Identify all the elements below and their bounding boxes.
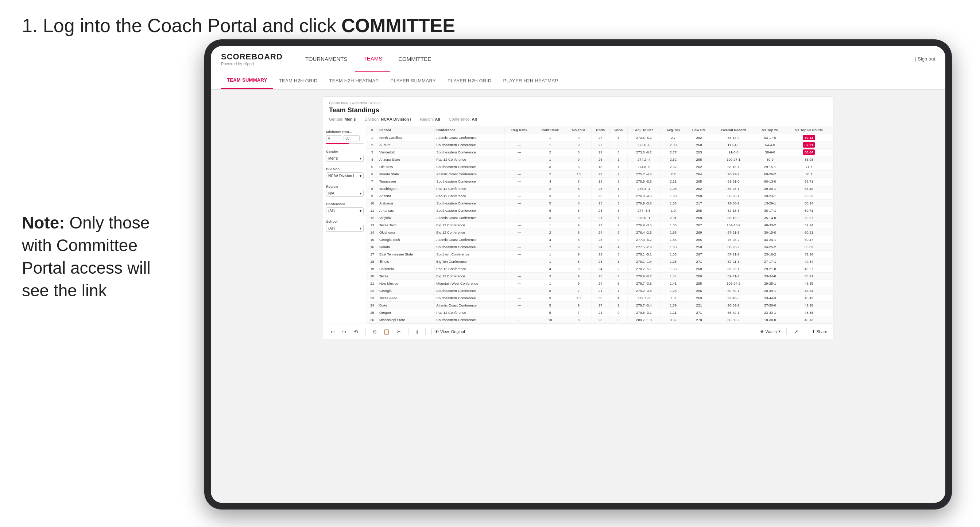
- table-row[interactable]: 20 Texas Big 12 Conference — 3 9 26 4 27…: [367, 273, 833, 280]
- cell-rnds: 22: [591, 149, 610, 156]
- table-row[interactable]: 16 Florida Southeastern Conference — 7 9…: [367, 243, 833, 251]
- col-wins[interactable]: Wins: [610, 126, 628, 134]
- table-row[interactable]: 12 Virginia Atlantic Coast Conference — …: [367, 214, 833, 222]
- conference-select[interactable]: (All) ▾: [326, 207, 364, 214]
- filter-region: Region: All: [420, 117, 440, 121]
- view-original-btn[interactable]: 👁 View: Original: [431, 328, 468, 335]
- col-no-tour[interactable]: No Tour: [566, 126, 591, 134]
- nav-teams[interactable]: TEAMS: [355, 46, 390, 72]
- cell-rnds: 18: [591, 178, 610, 185]
- cell-pts: 60.33: [785, 192, 833, 200]
- cell-conf-rank: 5: [534, 200, 566, 207]
- col-rnds[interactable]: Rnds: [591, 126, 610, 134]
- cell-vs25: 20-39-1: [755, 287, 785, 294]
- col-pts[interactable]: Vs Top 50 Points: [785, 126, 833, 134]
- table-row[interactable]: 21 New Mexico Mountain West Conference —…: [367, 280, 833, 287]
- cell-vs25: 30-15-0: [755, 229, 785, 236]
- cell-reg-rank: —: [504, 273, 534, 280]
- table-row[interactable]: 25 Oregon Pac-12 Conference — 5 7 21 0 2…: [367, 309, 833, 316]
- nav-committee[interactable]: COMMITTEE: [390, 46, 439, 72]
- table-row[interactable]: 8 Washington Pac-12 Conference — 2 8 23 …: [367, 185, 833, 192]
- table-row[interactable]: 3 Vanderbilt Southeastern Conference — 2…: [367, 149, 833, 156]
- sub-nav-team-h2h-grid[interactable]: TEAM H2H GRID: [273, 72, 323, 89]
- division-select[interactable]: NCAA Division I ▾: [326, 172, 364, 179]
- share-btn[interactable]: ⬆ Share: [812, 329, 827, 334]
- table-row[interactable]: 1 North Carolina Atlantic Coast Conferen…: [367, 134, 833, 141]
- nav-tournaments[interactable]: TOURNAMENTS: [297, 46, 356, 72]
- cell-wins: 1: [610, 192, 628, 200]
- table-row[interactable]: 19 California Pac-12 Conference — 4 8 24…: [367, 265, 833, 273]
- col-rank[interactable]: #: [367, 126, 377, 134]
- min-rounds-min[interactable]: 4: [326, 135, 342, 141]
- table-row[interactable]: 24 Duke Atlantic Coast Conference — 5 9 …: [367, 302, 833, 309]
- table-row[interactable]: 26 Mississippi State Southeastern Confer…: [367, 316, 833, 324]
- sub-nav-player-h2h-grid[interactable]: PLAYER H2H GRID: [442, 72, 498, 89]
- table-body-layout: Minimum Rou... 4 30 Gender Men's ▾: [323, 126, 833, 324]
- sub-nav-player-summary[interactable]: PLAYER SUMMARY: [385, 72, 442, 89]
- table-row[interactable]: 4 Arizona State Pac-12 Conference — 1 9 …: [367, 156, 833, 163]
- expand-btn[interactable]: ⤢: [792, 328, 800, 335]
- table-row[interactable]: 23 Texas A&M Southeastern Conference — 9…: [367, 294, 833, 302]
- cell-rank: 12: [367, 214, 377, 222]
- col-low-rd[interactable]: Low Rd.: [686, 126, 712, 134]
- watch-btn[interactable]: 👁 Watch ▾: [760, 329, 781, 334]
- col-school[interactable]: School: [377, 126, 434, 134]
- sub-nav-team-h2h-heatmap[interactable]: TEAM H2H HEATMAP: [323, 72, 384, 89]
- col-conf-rank[interactable]: Conf Rank: [534, 126, 566, 134]
- table-row[interactable]: 6 Florida State Atlantic Coast Conferenc…: [367, 171, 833, 178]
- copy-btn[interactable]: ⎘: [372, 328, 377, 335]
- cell-rnds: 23: [591, 200, 610, 207]
- gender-select[interactable]: Men's ▾: [326, 155, 364, 162]
- col-reg-rank[interactable]: Reg Rank: [504, 126, 534, 134]
- min-rounds-max[interactable]: 30: [344, 135, 360, 141]
- table-row[interactable]: 2 Auburn Southeastern Conference — 1 9 2…: [367, 141, 833, 149]
- cell-conf: Pac-12 Conference: [435, 185, 504, 192]
- redo-btn[interactable]: ↪: [340, 328, 348, 335]
- cut-btn[interactable]: ✂: [395, 328, 402, 335]
- cell-overall: 100-27-1: [712, 156, 755, 163]
- cell-rank: 21: [367, 280, 377, 287]
- info-btn[interactable]: ℹ: [415, 328, 419, 335]
- logo-powered: Powered by clippd: [221, 62, 283, 66]
- col-avg-sg[interactable]: Avg. SG: [660, 126, 686, 134]
- col-conference[interactable]: Conference: [435, 126, 504, 134]
- cell-no-tour: 9: [566, 192, 591, 200]
- undo-btn[interactable]: ↩: [329, 328, 336, 335]
- sub-nav-player-h2h-heatmap[interactable]: PLAYER H2H HEATMAP: [497, 72, 564, 89]
- table-row[interactable]: 7 Tennessee Southeastern Conference — 4 …: [367, 178, 833, 185]
- table-row[interactable]: 11 Arkansas Southeastern Conference — 6 …: [367, 207, 833, 214]
- table-row[interactable]: 15 Georgia Tech Atlantic Coast Conferenc…: [367, 236, 833, 243]
- cell-low-rd: 255: [686, 280, 712, 287]
- signout-link[interactable]: | Sign out: [915, 56, 935, 62]
- table-row[interactable]: 13 Texas Tech Big 12 Conference — 1 9 27…: [367, 222, 833, 229]
- school-select[interactable]: (All) ▾: [326, 225, 364, 232]
- cell-school: Florida: [377, 243, 434, 251]
- toolbar-sep-2: [409, 328, 409, 335]
- sub-nav-team-summary[interactable]: TEAM SUMMARY: [221, 72, 273, 89]
- cell-wins: 7: [610, 171, 628, 178]
- table-row[interactable]: 10 Alabama Southeastern Conference — 5 8…: [367, 200, 833, 207]
- paste-btn[interactable]: 📋: [382, 328, 391, 335]
- table-row[interactable]: 22 Georgia Southeastern Conference — 8 7…: [367, 287, 833, 294]
- col-overall[interactable]: Overall Record: [712, 126, 755, 134]
- table-row[interactable]: 18 Illinois Big Ten Conference — 1 8 23 …: [367, 258, 833, 265]
- undo2-btn[interactable]: ⟲: [352, 328, 360, 335]
- region-select[interactable]: N/A ▾: [326, 190, 364, 197]
- table-row[interactable]: 9 Arizona Pac-12 Conference — 3 9 23 1 2…: [367, 192, 833, 200]
- cell-rnds: 27: [591, 302, 610, 309]
- rounds-slider[interactable]: [326, 143, 364, 144]
- table-row[interactable]: 17 East Tennessee State Southern Confere…: [367, 251, 833, 258]
- cell-low-rd: 217: [686, 200, 712, 207]
- col-vs25[interactable]: Vs Top 25: [755, 126, 785, 134]
- table-row[interactable]: 14 Oklahoma Big 12 Conference — 2 8 24 2…: [367, 229, 833, 236]
- cell-rank: 2: [367, 141, 377, 149]
- col-adj-par[interactable]: Adj. To Par: [627, 126, 660, 134]
- cell-low-rd: 221: [686, 302, 712, 309]
- cell-low-rd: 262: [686, 185, 712, 192]
- filter-conference: Conference: All: [449, 117, 477, 121]
- table-row[interactable]: 5 Ole Miss Southeastern Conference — 3 6…: [367, 163, 833, 171]
- cell-vs25: 29-25-1: [755, 280, 785, 287]
- cell-avg-sg: 1.21: [660, 309, 686, 316]
- cell-pts: 48.54: [785, 287, 833, 294]
- cell-no-tour: 8: [566, 149, 591, 156]
